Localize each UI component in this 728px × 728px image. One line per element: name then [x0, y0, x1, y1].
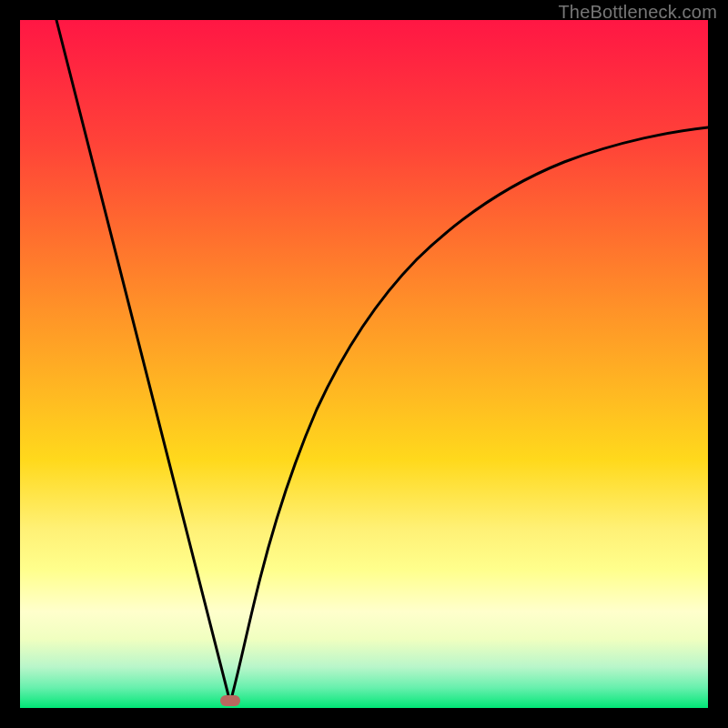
- optimum-marker: [220, 695, 240, 706]
- bottleneck-curve: [0, 0, 728, 728]
- chart-frame: TheBottleneck.com: [0, 0, 728, 728]
- curve-path: [56, 20, 708, 703]
- watermark-text: TheBottleneck.com: [558, 2, 717, 23]
